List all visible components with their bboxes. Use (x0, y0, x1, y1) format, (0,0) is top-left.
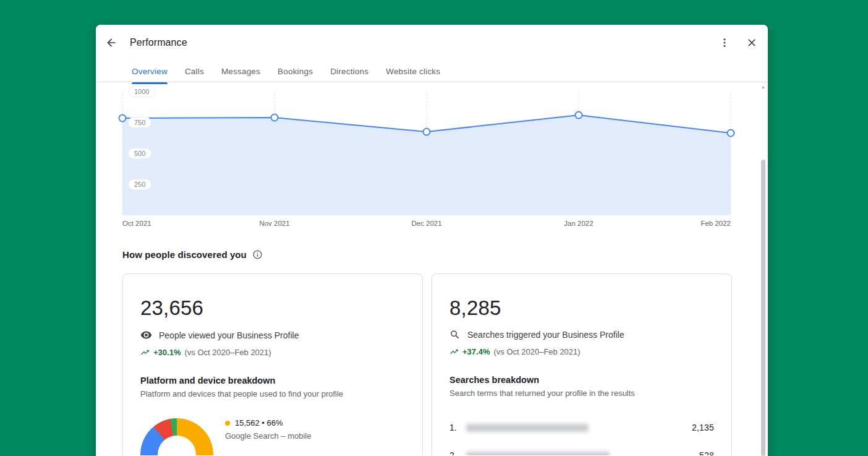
views-metric-row: People viewed your Business Profile (140, 329, 405, 341)
searches-breakdown-title: Searches breakdown (449, 375, 714, 385)
donut-legend-entry: 15,562 • 66%Google Search – mobile (225, 418, 311, 441)
y-axis-tick: 1000 (128, 86, 155, 97)
x-axis-label: Nov 2021 (253, 220, 296, 227)
back-button[interactable] (100, 32, 122, 54)
tab-directions[interactable]: Directions (321, 58, 377, 84)
area-line-chart[interactable] (117, 87, 738, 218)
search-term-row: 1.2,135 (449, 423, 714, 432)
close-button[interactable] (741, 32, 763, 54)
views-card: 23,656 People viewed your Business Profi… (122, 273, 423, 455)
term-rank: 1. (449, 423, 466, 432)
term-count: 2,135 (692, 423, 714, 432)
section-title: How people discovered you (122, 249, 247, 260)
searches-label: Searches triggered your Business Profile (467, 330, 624, 340)
tab-overview[interactable]: Overview (123, 58, 176, 84)
term-count: 528 (699, 450, 714, 455)
page-title: Performance (130, 37, 187, 48)
trending-up-icon (449, 347, 459, 356)
x-axis-label: Oct 2021 (122, 220, 151, 227)
tab-messages[interactable]: Messages (213, 58, 269, 84)
legend-value: 5,386 • 23% (235, 455, 278, 455)
views-trend-note: (vs Oct 2020–Feb 2021) (184, 348, 271, 357)
legend-dot (225, 421, 230, 426)
searches-card: 8,285 Searches triggered your Business P… (432, 273, 732, 455)
y-axis-tick: 250 (128, 179, 151, 190)
platform-donut-chart[interactable] (140, 418, 213, 455)
searches-trend-row: +37.4% (vs Oct 2020–Feb 2021) (449, 347, 714, 356)
views-trend-row: +30.1% (vs Oct 2020–Feb 2021) (140, 348, 405, 357)
views-label: People viewed your Business Profile (159, 330, 299, 340)
searches-breakdown-subtitle: Search terms that returned your profile … (449, 389, 714, 398)
legend-value-row: 5,386 • 23% (225, 455, 311, 455)
close-icon (746, 37, 758, 49)
tab-bookings[interactable]: Bookings (269, 58, 321, 84)
views-count: 23,656 (140, 296, 405, 320)
donut-legend-entry: 5,386 • 23% (225, 455, 311, 455)
scrollbar[interactable]: ▲ (759, 83, 768, 456)
discovery-cards: 23,656 People viewed your Business Profi… (122, 273, 768, 455)
interactions-chart: 2505007501000 Oct 2021Nov 2021Dec 2021Ja… (117, 87, 738, 234)
search-terms-list: 1.2,1352.528 (449, 423, 714, 455)
platform-breakdown-subtitle: Platform and devices that people used to… (140, 389, 405, 398)
y-axis-tick: 500 (128, 148, 151, 159)
x-axis-label: Dec 2021 (405, 220, 448, 227)
term-rank: 2. (449, 450, 466, 455)
term-redacted-bar (466, 424, 589, 432)
legend-label: Google Search – mobile (225, 431, 311, 441)
searches-trend-note: (vs Oct 2020–Feb 2021) (493, 347, 580, 356)
platform-breakdown-title: Platform and device breakdown (140, 376, 405, 385)
y-axis-tick: 750 (128, 117, 151, 128)
search-icon (449, 329, 461, 340)
section-heading: How people discovered you (122, 249, 768, 260)
info-button[interactable] (252, 249, 263, 260)
views-trend-pct: +30.1% (153, 348, 181, 357)
searches-metric-row: Searches triggered your Business Profile (449, 329, 714, 340)
term-redacted-bar (466, 452, 610, 456)
dialog-header: Performance OverviewCallsMessagesBooking… (96, 25, 768, 82)
arrow-left-icon (105, 37, 117, 49)
trending-up-icon (140, 348, 150, 357)
dialog-content: 2505007501000 Oct 2021Nov 2021Dec 2021Ja… (96, 82, 768, 455)
scrollbar-thumb[interactable] (761, 160, 765, 456)
kebab-menu-icon (719, 37, 730, 48)
info-icon (252, 249, 263, 260)
tab-calls[interactable]: Calls (176, 58, 213, 84)
scroll-up-arrow-icon[interactable]: ▲ (759, 85, 768, 89)
donut-legend: 15,562 • 66%Google Search – mobile5,386 … (225, 418, 311, 455)
performance-dialog: Performance OverviewCallsMessagesBooking… (96, 25, 768, 456)
eye-icon (140, 329, 152, 341)
search-term-row: 2.528 (449, 450, 714, 455)
x-axis-label: Jan 2022 (557, 220, 600, 227)
searches-trend-pct: +37.4% (462, 347, 490, 356)
platform-donut-row: 15,562 • 66%Google Search – mobile5,386 … (140, 418, 405, 455)
header-row: Performance (96, 25, 768, 58)
searches-count: 8,285 (449, 296, 714, 320)
tab-website-clicks[interactable]: Website clicks (377, 58, 449, 84)
more-options-button[interactable] (713, 32, 736, 54)
x-axis-label: Feb 2022 (687, 220, 731, 227)
tab-bar: OverviewCallsMessagesBookingsDirectionsW… (96, 58, 768, 84)
legend-value: 15,562 • 66% (235, 418, 283, 428)
legend-value-row: 15,562 • 66% (225, 418, 311, 428)
